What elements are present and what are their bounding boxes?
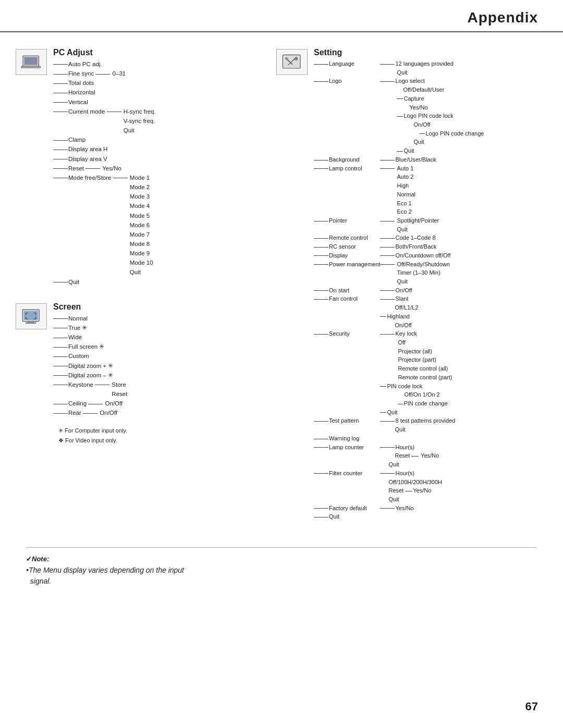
list-item: Lamp counter Hour(s) Reset Yes/No Quit <box>314 443 484 469</box>
footnote-video: ❖ For Video input only. <box>58 436 127 446</box>
list-item: Display area V <box>53 154 156 164</box>
right-column: Setting Language 12 languages provided Q… <box>276 48 563 537</box>
page-title: Appendix <box>467 9 538 26</box>
list-item: Ceiling On/Off <box>53 399 127 408</box>
pc-adjust-tree: Auto PC adj. Fine sync 0–31 Total dots <box>53 59 156 287</box>
footnote-computer: ✳ For Computer input only. <box>58 426 127 436</box>
setting-section: Setting Language 12 languages provided Q… <box>276 48 563 521</box>
list-item: Logo Logo select <box>314 77 484 85</box>
list-item: Custom <box>53 351 127 361</box>
screen-icon <box>16 303 47 329</box>
list-item: On/Off <box>314 120 484 129</box>
list-item: Logo PIN code lock <box>314 112 484 120</box>
list-item: Auto PC adj. <box>53 59 156 69</box>
setting-icon <box>276 49 308 75</box>
list-item: Logo PIN code change <box>314 129 484 138</box>
svg-rect-7 <box>26 323 36 324</box>
list-item: Fine sync 0–31 <box>53 69 156 78</box>
pc-adjust-section: PC Adjust Auto PC adj. Fine sync 0–31 <box>16 48 276 287</box>
pc-adjust-icon <box>16 49 47 75</box>
list-item: Wide <box>53 332 127 342</box>
pc-adjust-content: PC Adjust Auto PC adj. Fine sync 0–31 <box>53 48 156 287</box>
list-item: Clamp <box>53 135 156 144</box>
svg-rect-3 <box>28 66 34 67</box>
pc-adjust-title: PC Adjust <box>53 48 156 57</box>
list-item: Mode free/Store Mode 1 Mode 2 Mode 3 Mod… <box>53 173 156 277</box>
list-item: Horizontal <box>53 88 156 97</box>
list-item: Fan control Slant Off/L1/L2 Highland On/… <box>314 294 484 329</box>
list-item: Reset Yes/No <box>53 164 156 173</box>
list-item: Current mode H-sync freq. V-sync freq. Q… <box>53 107 156 135</box>
list-item: Factory default Yes/No <box>314 504 484 513</box>
note-title: Note: <box>32 555 49 563</box>
list-item: Security Key lock Off Projector (all) Pr… <box>314 329 484 416</box>
page-number: 67 <box>525 700 538 713</box>
list-item: Quit <box>53 277 156 287</box>
list-item: Background Blue/User/Black <box>314 155 484 164</box>
list-item: Full screen ✳ <box>53 342 127 351</box>
list-item: True ✳ <box>53 323 127 332</box>
setting-tree: Language 12 languages provided Quit Logo… <box>314 59 484 521</box>
setting-content: Setting Language 12 languages provided Q… <box>314 48 484 521</box>
note-section: ✔Note: •The Menu display varies dependin… <box>16 547 547 587</box>
screen-tree: Normal True ✳ Wide Full screen ✳ <box>53 314 127 418</box>
note-header: ✔Note: <box>26 555 537 563</box>
list-item: Language 12 languages provided <box>314 59 484 68</box>
list-item: Digital zoom + ✳ <box>53 361 127 371</box>
list-item: Yes/No <box>314 103 484 112</box>
list-item: Keystone Store Reset <box>53 380 127 399</box>
list-item: Total dots <box>53 78 156 88</box>
list-item: Vertical <box>53 97 156 107</box>
screen-section: Screen Normal True ✳ Wide <box>16 302 276 446</box>
list-item: Digital zoom – ✳ <box>53 371 127 380</box>
list-item: Warning log <box>314 434 484 443</box>
list-item: Display On/Countdown off/Off <box>314 251 484 260</box>
left-column: PC Adjust Auto PC adj. Fine sync 0–31 <box>16 48 276 537</box>
list-item: Rear On/Off <box>53 408 127 417</box>
list-item: Quit <box>314 512 484 521</box>
note-checkmark: ✔ <box>26 555 32 563</box>
main-content: PC Adjust Auto PC adj. Fine sync 0–31 <box>0 48 563 537</box>
list-item: Quit <box>314 146 484 155</box>
note-text: •The Menu display varies depending on th… <box>26 565 537 587</box>
setting-title: Setting <box>314 48 484 57</box>
list-item: Test pattern 8 test patterns provided Qu… <box>314 416 484 434</box>
screen-content: Screen Normal True ✳ Wide <box>53 302 127 446</box>
list-item: Filter counter Hour(s) Off/100H/200H/300… <box>314 469 484 504</box>
list-item: Power management Off/Ready/Shutdown Time… <box>314 260 484 286</box>
list-item: Quit <box>314 138 484 146</box>
list-item: Display area H <box>53 144 156 154</box>
list-item: Normal <box>53 314 127 323</box>
footnotes: ✳ For Computer input only. ❖ For Video i… <box>58 426 127 445</box>
list-item: Quit <box>314 68 484 77</box>
screen-title: Screen <box>53 302 127 312</box>
svg-rect-1 <box>24 57 38 65</box>
list-item: Off/Default/User <box>314 85 484 94</box>
list-item: RC sensor Both/Front/Back <box>314 242 484 251</box>
list-item: Capture <box>314 94 484 103</box>
list-item: On start On/Off <box>314 286 484 295</box>
page-header: Appendix <box>0 0 563 32</box>
list-item: Pointer Spotlight/Pointer Quit <box>314 216 484 233</box>
list-item: Lamp control Auto 1 Auto 2 High Normal E… <box>314 164 484 216</box>
list-item: Remote control Code 1–Code 8 <box>314 233 484 242</box>
